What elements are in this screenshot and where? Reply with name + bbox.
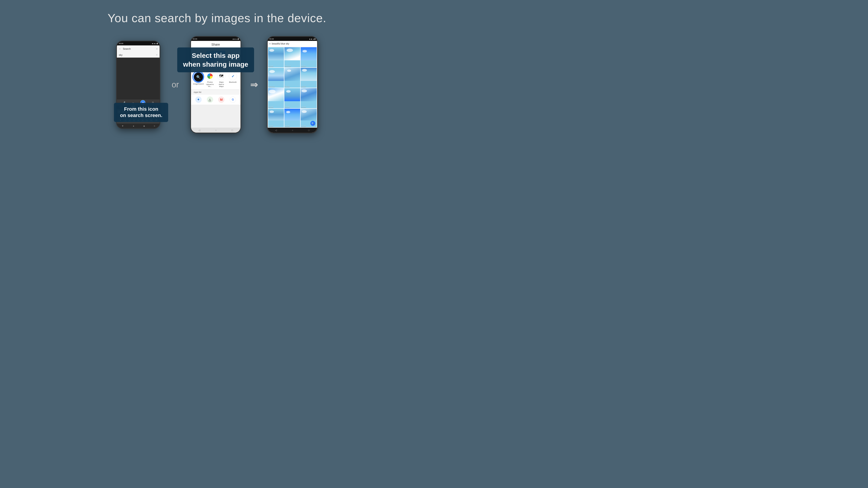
thumb-label-7: 600x600 [269, 106, 273, 108]
wifi-icon: ▴ [156, 42, 156, 44]
phone2-status-icons: ▲▲ ▴ ▮ [232, 38, 239, 40]
thumb-label-6: 910x607 [301, 86, 306, 87]
thumb-label-8: 322x200 [285, 106, 289, 108]
phone3-title: beautiful blue sky [272, 42, 289, 45]
sky-thumb-8 [284, 88, 300, 101]
or-connector: or [172, 80, 179, 90]
result-thumb-4[interactable]: 1500x1125 [268, 68, 284, 88]
phone1-query-text: sky [119, 54, 123, 56]
c8 [286, 90, 291, 93]
gmail-symbol: M [220, 98, 223, 101]
phone1-status-icons: ▲▲ ▴ ▮ [152, 42, 158, 44]
sky-thumb-9 [301, 88, 316, 101]
maps-label: MapsAdd to Maps [216, 81, 226, 88]
sky-thumb-5 [284, 68, 300, 81]
result-thumb-7[interactable]: 600x600 [268, 88, 284, 108]
result-thumb-10[interactable]: 800x534 [268, 109, 284, 127]
result-thumb-2[interactable]: 2000x1217 [284, 47, 300, 67]
phone3-nav-back[interactable]: ◁ [275, 129, 277, 131]
result-thumb-8[interactable]: 322x200 [284, 88, 300, 108]
c7 [269, 90, 276, 93]
c4 [269, 70, 275, 73]
share-app-imagesearch[interactable]: 🔍 ImageSearch [193, 72, 204, 85]
battery-icon: ▮ [157, 42, 158, 44]
nav-home-icon[interactable]: ● [133, 125, 134, 127]
phone2-nav: ◁ ○ □ [191, 128, 241, 133]
share-app-photos[interactable]: PhotosUpload to Ph... [205, 72, 215, 88]
phones-row: 00:00 ▲▲ ▴ ▮ ← Search ✕ sky ✕ [116, 36, 318, 133]
result-thumb-12[interactable]: 501x300 🔍 [301, 109, 316, 127]
phone2-nav-recent[interactable]: □ [231, 129, 233, 131]
c5 [287, 70, 291, 72]
back-arrow-icon[interactable]: ← [119, 47, 121, 51]
share-app-maps[interactable]: 🗺 MapsAdd to Maps [216, 72, 226, 88]
thumb-label-12: 501x300 [301, 125, 306, 127]
bluetooth-icon: ✓ [229, 72, 237, 80]
phone1-results-area [117, 58, 160, 99]
sky-thumb-10 [268, 109, 284, 121]
c2 [287, 48, 293, 52]
phone2-nav-back[interactable]: ◁ [198, 129, 200, 131]
sky-thumb-2 [284, 47, 300, 60]
phone1-clear-icon[interactable]: ✕ [156, 48, 158, 50]
result-thumb-9[interactable]: 322x200 [301, 88, 316, 108]
phone3-nav-home[interactable]: ○ [292, 129, 293, 131]
phone1-statusbar: 00:00 ▲▲ ▴ ▮ [117, 41, 160, 45]
search-fab-icon: 🔍 [311, 122, 314, 125]
result-thumb-5[interactable]: 508x339 [284, 68, 300, 88]
phone3-signal-icon: ▲▲ [309, 38, 313, 40]
phone2-nav-home[interactable]: ○ [215, 129, 217, 131]
phone3-status-icons: ▲▲ ▴ ▮ [309, 38, 315, 40]
nav-keyboard-icon[interactable]: ≡ [154, 125, 155, 127]
result-thumb-1[interactable]: 612x408 [268, 47, 284, 67]
thumb-label-5: 508x339 [285, 86, 289, 87]
sky-thumb-7 [268, 88, 284, 101]
result-thumb-6[interactable]: 910x607 [301, 68, 316, 88]
share-app-bluetooth[interactable]: ✓ Bluetooth [228, 72, 238, 84]
phone1-time: 00:00 [119, 42, 123, 44]
photos-icon [206, 72, 214, 80]
c3 [303, 50, 307, 53]
arrow-connector: ⇒ [250, 79, 258, 90]
result-thumb-3[interactable]: 800x451 [301, 47, 316, 67]
gmail-list-icon[interactable]: M [218, 96, 224, 103]
phone1-query-bar: sky ✕ [117, 52, 160, 58]
phone3-header: ≡ beautiful blue sky [268, 41, 317, 47]
google-list-icon[interactable]: G [230, 96, 236, 103]
phone1-query-clear[interactable]: ✕ [156, 54, 158, 56]
signal-icon: ▲▲ [152, 42, 155, 44]
c10 [270, 110, 274, 113]
photos-label: PhotosUpload to Ph... [205, 81, 215, 88]
sky-thumb-1 [268, 47, 284, 60]
thumb-label-1: 612x408 [269, 66, 273, 67]
phone3-nav-recent[interactable]: □ [308, 129, 309, 131]
phone3-battery-icon: ▮ [314, 38, 315, 40]
google-symbol: G [232, 98, 234, 101]
sky-thumb-4 [268, 68, 284, 81]
drive-list-icon[interactable]: △ [207, 96, 213, 103]
c6 [302, 69, 307, 72]
selection-ring [192, 71, 204, 83]
nav-recent-icon[interactable]: ■ [143, 125, 145, 127]
result-thumb-11[interactable]: 450x300 [284, 109, 300, 127]
sky-thumb-6 [301, 68, 316, 81]
phone2-signal-icon: ▲▲ [232, 38, 236, 40]
imagesearch-label: ImageSearch [193, 83, 204, 85]
apps-list-row: ✦ △ M G [191, 95, 241, 105]
nav-back-icon[interactable]: ▼ [122, 125, 124, 127]
phone1-searchbar: ← Search ✕ [117, 45, 160, 52]
phone2-battery-icon: ▮ [238, 38, 239, 40]
sky-thumb-11 [284, 109, 300, 121]
maps-symbol: 🗺 [219, 74, 223, 78]
bluetooth-list-icon[interactable]: ✦ [195, 96, 202, 103]
phone3-time: 00:00 [270, 38, 274, 40]
hamburger-icon[interactable]: ≡ [270, 42, 271, 45]
share-title-text: Share [211, 43, 220, 46]
phone3-screen: ≡ beautiful blue sky 612x408 [268, 41, 317, 133]
drive-symbol: △ [209, 98, 211, 101]
phone2-wifi-icon: ▴ [237, 38, 237, 40]
thumb-label-9: 322x200 [301, 106, 306, 108]
results-grid: 612x408 2000x1217 800x451 [268, 47, 317, 128]
bluetooth-label: Bluetooth [229, 81, 237, 84]
search-fab-button[interactable]: 🔍 [310, 121, 315, 126]
